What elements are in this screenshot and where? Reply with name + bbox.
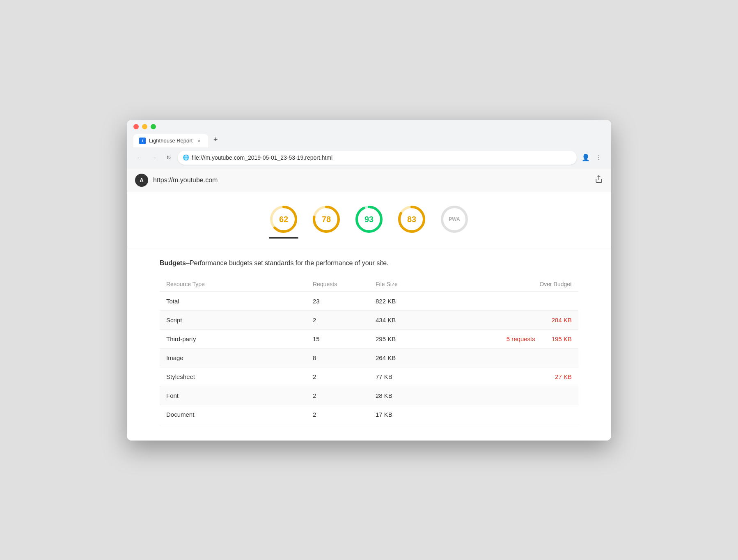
score-circle-seo: 83 [397, 204, 426, 234]
cell-over-budget: 284 KB [474, 310, 578, 329]
score-underline-best-practices [354, 237, 384, 239]
table-header-row: Resource Type Requests File Size Over Bu… [160, 277, 578, 292]
tab-close-button[interactable]: × [196, 138, 202, 144]
tab-title: Lighthouse Report [149, 138, 193, 144]
over-budget-requests: 5 requests [507, 335, 535, 342]
cell-requests: 2 [306, 310, 369, 329]
menu-icon[interactable]: ⋮ [593, 152, 605, 163]
cell-file-size: 28 KB [369, 386, 474, 405]
cell-requests: 15 [306, 329, 369, 348]
budgets-table: Resource Type Requests File Size Over Bu… [160, 277, 578, 424]
maximize-window-button[interactable] [151, 124, 156, 129]
cell-requests: 2 [306, 405, 369, 424]
cell-requests: 2 [306, 386, 369, 405]
budgets-heading: Budgets–Performance budgets set standard… [160, 259, 578, 267]
score-accessibility[interactable]: 78 [312, 204, 341, 239]
score-circle-performance: 62 [269, 204, 298, 234]
cell-file-size: 822 KB [369, 291, 474, 310]
active-tab[interactable]: i Lighthouse Report × [133, 134, 208, 147]
site-header: A https://m.youtube.com [127, 169, 611, 192]
cell-over-budget: 27 KB [474, 367, 578, 386]
cell-file-size: 264 KB [369, 348, 474, 367]
table-row: Stylesheet277 KB27 KB [160, 367, 578, 386]
cell-requests: 8 [306, 348, 369, 367]
globe-icon: 🌐 [183, 154, 189, 161]
col-header-file-size: File Size [369, 277, 474, 292]
score-seo[interactable]: 83 [397, 204, 426, 239]
budgets-section: Budgets–Performance budgets set standard… [127, 247, 611, 441]
address-bar: ← → ↻ 🌐 👤 ⋮ [127, 147, 611, 169]
over-budget-size: 195 KB [552, 335, 572, 342]
score-value-accessibility: 78 [322, 214, 331, 224]
score-value-performance: 62 [279, 214, 288, 224]
table-row: Script2434 KB284 KB [160, 310, 578, 329]
score-circle-pwa: PWA [440, 204, 469, 234]
scores-section: 62 78 [127, 192, 611, 247]
cell-file-size: 295 KB [369, 329, 474, 348]
cell-requests: 23 [306, 291, 369, 310]
cell-resource-type: Third-party [160, 329, 306, 348]
table-row: Image8264 KB [160, 348, 578, 367]
table-row: Document217 KB [160, 405, 578, 424]
col-header-requests: Requests [306, 277, 369, 292]
browser-window: i Lighthouse Report × + ← → ↻ 🌐 👤 ⋮ A ht… [127, 120, 611, 441]
toolbar-icons: 👤 ⋮ [580, 152, 605, 163]
site-logo: A [135, 174, 148, 187]
score-underline-seo [397, 237, 426, 239]
cell-resource-type: Image [160, 348, 306, 367]
title-bar: i Lighthouse Report × + [127, 120, 611, 147]
forward-button[interactable]: → [148, 152, 160, 163]
new-tab-button[interactable]: + [209, 133, 222, 147]
minimize-window-button[interactable] [142, 124, 147, 129]
profile-icon[interactable]: 👤 [580, 152, 591, 163]
tabs-row: i Lighthouse Report × + [133, 133, 605, 147]
address-wrapper: 🌐 [178, 151, 577, 165]
budgets-table-body: Total23822 KBScript2434 KB284 KBThird-pa… [160, 291, 578, 424]
score-pwa[interactable]: PWA [440, 204, 469, 239]
address-input[interactable] [178, 151, 577, 165]
cell-resource-type: Script [160, 310, 306, 329]
share-button[interactable] [595, 175, 603, 185]
cell-file-size: 77 KB [369, 367, 474, 386]
cell-file-size: 17 KB [369, 405, 474, 424]
score-underline-pwa [440, 237, 469, 239]
over-budget-size: 27 KB [555, 373, 572, 380]
col-header-resource-type: Resource Type [160, 277, 306, 292]
cell-requests: 2 [306, 367, 369, 386]
site-url: https://m.youtube.com [153, 177, 218, 184]
reload-button[interactable]: ↻ [163, 152, 174, 163]
table-row: Font228 KB [160, 386, 578, 405]
cell-over-budget: 5 requests195 KB [474, 329, 578, 348]
table-row: Third-party15295 KB5 requests195 KB [160, 329, 578, 348]
cell-over-budget [474, 348, 578, 367]
site-logo-area: A https://m.youtube.com [135, 174, 218, 187]
cell-resource-type: Total [160, 291, 306, 310]
cell-resource-type: Font [160, 386, 306, 405]
score-circle-best-practices: 93 [354, 204, 384, 234]
cell-over-budget [474, 291, 578, 310]
cell-over-budget [474, 405, 578, 424]
score-value-pwa: PWA [449, 216, 460, 222]
cell-over-budget [474, 386, 578, 405]
traffic-lights [133, 124, 605, 129]
score-underline-accessibility [312, 237, 341, 239]
col-header-over-budget: Over Budget [474, 277, 578, 292]
over-budget-size: 284 KB [552, 317, 572, 324]
score-value-seo: 83 [407, 214, 416, 224]
score-underline-performance [269, 237, 298, 239]
page-content: A https://m.youtube.com [127, 169, 611, 441]
score-performance[interactable]: 62 [269, 204, 298, 239]
score-circle-accessibility: 78 [312, 204, 341, 234]
score-value-best-practices: 93 [364, 214, 374, 224]
cell-file-size: 434 KB [369, 310, 474, 329]
score-best-practices[interactable]: 93 [354, 204, 384, 239]
table-row: Total23822 KB [160, 291, 578, 310]
tab-favicon: i [139, 138, 146, 144]
cell-resource-type: Stylesheet [160, 367, 306, 386]
back-button[interactable]: ← [133, 152, 145, 163]
cell-resource-type: Document [160, 405, 306, 424]
close-window-button[interactable] [133, 124, 139, 129]
